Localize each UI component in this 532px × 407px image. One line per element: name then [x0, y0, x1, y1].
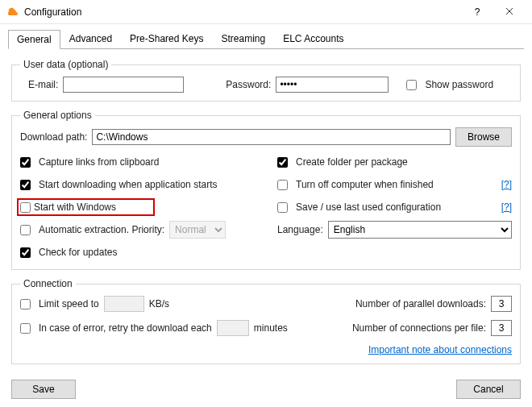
limit-speed-field[interactable]	[104, 296, 144, 312]
limit-speed-unit: KB/s	[149, 298, 169, 309]
save-last-label: Save / use last used configuration	[296, 201, 441, 213]
turn-off-checkbox[interactable]	[277, 180, 288, 190]
start-with-windows-label: Start with Windows	[34, 201, 116, 213]
turn-off-label: Turn off computer when finished	[296, 179, 434, 190]
check-updates-checkbox[interactable]	[20, 247, 31, 258]
tab-general[interactable]: General	[8, 30, 60, 49]
limit-speed-label: Limit speed to	[39, 298, 99, 309]
password-label: Password:	[226, 79, 271, 90]
close-button[interactable]	[493, 0, 526, 24]
general-options-legend: General options	[20, 110, 95, 121]
window-title: Configuration	[24, 6, 461, 18]
tab-elc-accounts[interactable]: ELC Accounts	[274, 29, 352, 48]
language-label: Language:	[277, 224, 323, 235]
close-icon	[505, 6, 513, 18]
auto-extraction-label: Automatic extraction. Priority:	[39, 224, 164, 235]
turn-off-help-link[interactable]: [?]	[501, 179, 512, 190]
auto-extraction-checkbox[interactable]	[20, 225, 31, 235]
connections-note-link[interactable]: Important note about connections	[368, 344, 512, 355]
save-last-checkbox[interactable]	[277, 202, 288, 213]
show-password-label: Show password	[425, 79, 493, 90]
conn-per-file-label: Number of connections per file:	[352, 322, 486, 334]
password-field[interactable]	[276, 77, 389, 93]
retry-unit: minutes	[254, 322, 288, 334]
download-path-field[interactable]	[92, 129, 451, 145]
help-button[interactable]: ?	[461, 0, 493, 24]
check-updates-label: Check for updates	[39, 247, 117, 258]
parallel-field[interactable]	[491, 296, 512, 312]
user-data-legend: User data (optional)	[20, 59, 111, 70]
parallel-label: Number of parallel downloads:	[355, 298, 486, 309]
help-icon: ?	[475, 6, 480, 18]
retry-label: In case of error, retry the download eac…	[39, 322, 212, 334]
conn-per-file-field[interactable]	[491, 320, 512, 336]
start-downloading-checkbox[interactable]	[20, 180, 31, 190]
save-last-help-link[interactable]: [?]	[501, 201, 512, 213]
retry-checkbox[interactable]	[20, 323, 31, 334]
start-with-windows-highlight: Start with Windows	[17, 198, 155, 216]
tab-advanced[interactable]: Advanced	[60, 29, 121, 48]
tab-pre-shared-keys[interactable]: Pre-Shared Keys	[121, 29, 212, 48]
cancel-button[interactable]: Cancel	[456, 380, 521, 399]
capture-links-label: Capture links from clipboard	[39, 156, 159, 168]
browse-button[interactable]: Browse	[455, 127, 512, 147]
save-button[interactable]: Save	[11, 380, 76, 399]
download-path-label: Download path:	[20, 131, 87, 143]
retry-field[interactable]	[217, 320, 249, 336]
email-label: E-mail:	[28, 79, 58, 90]
limit-speed-checkbox[interactable]	[20, 299, 31, 309]
priority-select[interactable]: Normal	[169, 221, 226, 239]
capture-links-checkbox[interactable]	[20, 157, 31, 168]
create-folder-checkbox[interactable]	[277, 157, 288, 168]
app-icon	[6, 6, 19, 19]
connection-legend: Connection	[20, 278, 76, 289]
tab-streaming[interactable]: Streaming	[212, 29, 274, 48]
language-select[interactable]: English	[328, 221, 512, 239]
start-with-windows-checkbox[interactable]	[20, 202, 31, 213]
email-field[interactable]	[63, 77, 184, 93]
show-password-checkbox[interactable]	[406, 80, 417, 90]
create-folder-label: Create folder per package	[296, 156, 408, 168]
start-downloading-label: Start downloading when application start…	[39, 179, 217, 190]
